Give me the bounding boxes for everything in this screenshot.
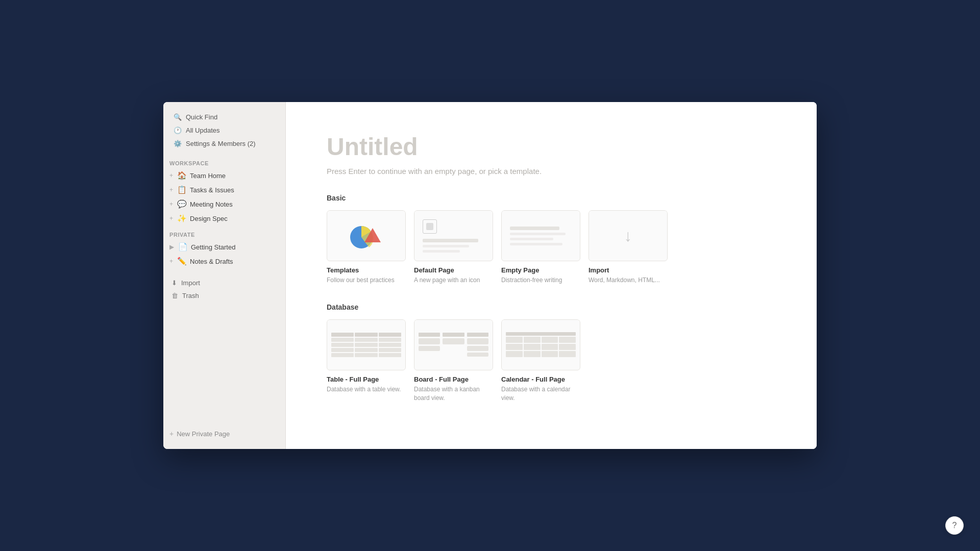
calendar-card-title: Calendar - Full Page (501, 375, 580, 383)
table-card-desc: Database with a table view. (327, 385, 406, 394)
calendar-preview (501, 319, 580, 370)
template-card-templates[interactable]: Templates Follow our best practices (327, 210, 406, 285)
help-button[interactable]: ? (945, 516, 964, 535)
board-card-title: Board - Full Page (414, 375, 493, 383)
database-template-grid: Table - Full Page Database with a table … (327, 319, 776, 403)
empty-page-card-title: Empty Page (501, 266, 580, 274)
empty-page-preview (501, 210, 580, 261)
template-card-import[interactable]: ↓ Import Word, Markdown, HTML... (589, 210, 668, 285)
templates-card-title: Templates (327, 266, 406, 274)
empty-page-card-desc: Distraction-free writing (501, 276, 580, 285)
sidebar-item-design-spec[interactable]: + ✨ Design Spec (163, 211, 285, 226)
app-window: 🔍 Quick Find 🕐 All Updates ⚙️ Settings &… (163, 102, 817, 449)
default-page-card-title: Default Page (414, 266, 493, 274)
import-preview: ↓ (589, 210, 668, 261)
default-page-card-desc: A new page with an icon (414, 276, 493, 285)
clock-icon: 🕐 (174, 126, 182, 134)
trash-icon: 🗑 (172, 292, 178, 299)
basic-section-label: Basic (327, 194, 776, 202)
calendar-card-desc: Database with a calendar view. (501, 385, 580, 403)
templates-card-desc: Follow our best practices (327, 276, 406, 285)
plus-icon: + (169, 258, 173, 265)
settings-members[interactable]: ⚙️ Settings & Members (2) (167, 137, 281, 150)
import-icon: ⬇ (172, 279, 177, 287)
sidebar-item-meeting-notes[interactable]: + 💬 Meeting Notes (163, 197, 285, 211)
default-page-preview (414, 210, 493, 261)
table-card-title: Table - Full Page (327, 375, 406, 383)
trash-button[interactable]: 🗑 Trash (165, 289, 283, 302)
import-button[interactable]: ⬇ Import (165, 277, 283, 289)
sidebar-item-notes-drafts[interactable]: + ✏️ Notes & Drafts (163, 254, 285, 268)
template-card-table[interactable]: Table - Full Page Database with a table … (327, 319, 406, 403)
plus-icon: + (169, 215, 173, 222)
basic-template-grid: Templates Follow our best practices Defa… (327, 210, 776, 285)
all-updates[interactable]: 🕐 All Updates (167, 123, 281, 137)
download-icon: ↓ (624, 227, 632, 245)
gear-icon: ⚙️ (174, 139, 182, 147)
workspace-label: WORKSPACE (163, 154, 285, 168)
page-title[interactable]: Untitled (327, 133, 776, 161)
sidebar: 🔍 Quick Find 🕐 All Updates ⚙️ Settings &… (163, 102, 286, 449)
sidebar-item-tasks-issues[interactable]: + 📋 Tasks & Issues (163, 183, 285, 197)
templates-preview (327, 210, 406, 261)
plus-icon: + (169, 201, 173, 208)
import-card-title: Import (589, 266, 668, 274)
template-card-empty-page[interactable]: Empty Page Distraction-free writing (501, 210, 580, 285)
board-card-desc: Database with a kanban board view. (414, 385, 493, 403)
new-private-page-button[interactable]: + New Private Page (163, 427, 285, 441)
template-card-board[interactable]: Board - Full Page Database with a kanban… (414, 319, 493, 403)
sidebar-item-getting-started[interactable]: ▶ 📄 Getting Started (163, 240, 285, 254)
triangle-icon: ▶ (169, 243, 174, 251)
sidebar-item-team-home[interactable]: + 🏠 Team Home (163, 168, 285, 183)
template-card-default-page[interactable]: Default Page A new page with an icon (414, 210, 493, 285)
database-section-label: Database (327, 303, 776, 311)
plus-icon: + (169, 172, 173, 179)
template-card-calendar[interactable]: Calendar - Full Page Database with a cal… (501, 319, 580, 403)
main-content: Untitled Press Enter to continue with an… (286, 102, 817, 449)
search-icon: 🔍 (174, 113, 182, 121)
private-label: PRIVATE (163, 226, 285, 240)
quick-find[interactable]: 🔍 Quick Find (167, 110, 281, 123)
page-subtitle: Press Enter to continue with an empty pa… (327, 167, 776, 176)
plus-icon: + (169, 186, 173, 193)
import-card-desc: Word, Markdown, HTML... (589, 276, 668, 285)
table-preview (327, 319, 406, 370)
plus-icon: + (169, 430, 174, 438)
board-preview (414, 319, 493, 370)
